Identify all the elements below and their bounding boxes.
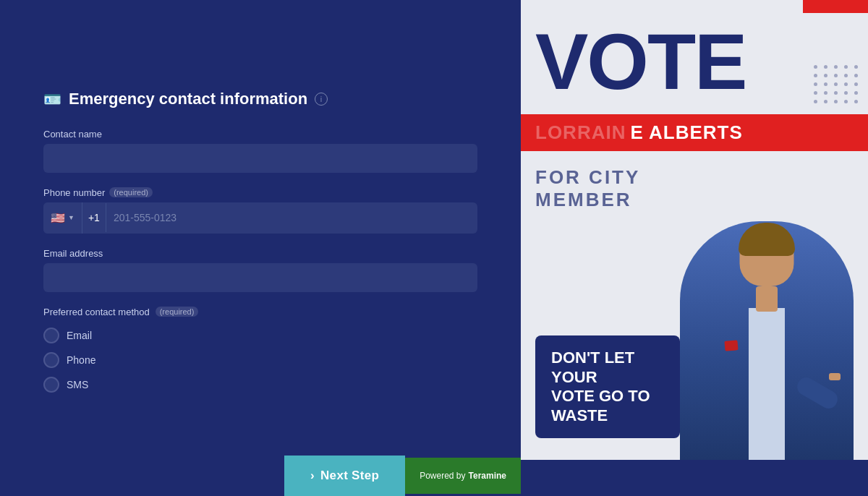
position-text-block: FOR CITY MEMBER	[535, 166, 640, 211]
dot	[824, 100, 827, 103]
red-accent-bar	[803, 0, 868, 13]
arrow-right-icon: ›	[310, 469, 315, 483]
radio-circle-email	[43, 328, 59, 343]
next-step-label: Next Step	[320, 469, 379, 483]
candidate-banner: LORRAIN E ALBERTS	[521, 114, 868, 151]
email-input[interactable]	[43, 263, 477, 292]
dot	[854, 91, 858, 95]
for-city-text: FOR CITY	[535, 166, 640, 189]
country-selector[interactable]: 🇺🇸 ▼	[43, 202, 82, 234]
candidate-figure	[680, 207, 854, 496]
watch	[829, 373, 841, 380]
dot	[834, 100, 838, 103]
bottom-banner	[521, 460, 868, 496]
dot	[844, 74, 848, 77]
phone-input-row: 🇺🇸 ▼ +1	[43, 202, 477, 234]
phone-required-badge: (required)	[109, 187, 153, 197]
next-step-button[interactable]: › Next Step	[284, 456, 405, 496]
email-address-group: Email address	[43, 248, 477, 292]
dot	[814, 82, 817, 86]
pocket-square	[724, 340, 738, 351]
phone-number-group: Phone number (required) 🇺🇸 ▼ +1	[43, 187, 477, 234]
candidate-photo-area	[665, 192, 868, 496]
candidate-name-partial: LORRAIN	[535, 121, 626, 144]
dot	[814, 91, 817, 95]
dot	[844, 91, 848, 95]
left-panel: 🪪 Emergency contact information i Contac…	[0, 0, 521, 496]
slogan-line1: DON'T LET	[551, 349, 634, 367]
slogan-line4: WASTE	[551, 406, 608, 424]
contact-required-badge: (required)	[156, 307, 199, 317]
dot	[854, 82, 858, 86]
powered-by-badge: Powered by Teramine	[405, 458, 521, 494]
member-text: MEMBER	[535, 189, 640, 211]
dot	[834, 82, 838, 86]
dot	[824, 65, 827, 69]
radio-phone[interactable]: Phone	[43, 352, 477, 368]
dot	[814, 100, 817, 103]
flag-emoji: 🇺🇸	[51, 211, 65, 225]
dot	[854, 100, 858, 103]
dot	[834, 65, 838, 69]
phone-number-label: Phone number (required)	[43, 187, 477, 198]
radio-email[interactable]: Email	[43, 328, 477, 343]
dot	[844, 65, 848, 69]
radio-label-phone: Phone	[67, 354, 95, 366]
vote-text: VOTE	[535, 22, 746, 101]
dot	[814, 74, 817, 77]
preferred-contact-group: Preferred contact method (required) Emai…	[43, 307, 477, 393]
dot	[824, 74, 827, 77]
contact-name-group: Contact name	[43, 129, 477, 173]
radio-group: Email Phone SMS	[43, 328, 477, 393]
slogan-line3: VOTE GO TO	[551, 387, 650, 405]
right-panel: VOTE // inline dots rendered via templat…	[521, 0, 868, 496]
preferred-contact-label: Preferred contact method (required)	[43, 307, 477, 317]
radio-circle-sms	[43, 377, 59, 393]
dot	[854, 65, 858, 69]
form-title: Emergency contact information	[69, 90, 307, 108]
dot	[844, 82, 848, 86]
neck	[756, 286, 778, 312]
form-header: 🪪 Emergency contact information i	[43, 90, 477, 108]
dot	[854, 74, 858, 77]
email-label: Email address	[43, 248, 477, 259]
contact-name-input[interactable]	[43, 144, 477, 173]
powered-by-brand: Teramine	[469, 471, 506, 481]
contact-card-icon: 🪪	[43, 90, 61, 108]
contact-name-label: Contact name	[43, 129, 477, 140]
powered-by-prefix: Powered by	[420, 471, 465, 481]
bottom-bar: › Next Step Powered by Teramine	[284, 456, 521, 496]
radio-label-sms: SMS	[67, 379, 88, 390]
dot	[824, 91, 827, 95]
info-icon[interactable]: i	[315, 93, 328, 106]
radio-label-email: Email	[67, 330, 92, 341]
slogan-box: DON'T LET YOUR VOTE GO TO WASTE	[535, 335, 680, 438]
dot	[834, 91, 838, 95]
dot	[814, 65, 817, 69]
slogan-text: DON'T LET YOUR VOTE GO TO WASTE	[551, 349, 664, 425]
dot	[844, 100, 848, 103]
dots-pattern-right	[814, 65, 859, 103]
radio-circle-phone	[43, 352, 59, 368]
phone-number-input[interactable]	[106, 203, 477, 232]
country-code: +1	[82, 203, 106, 232]
dot	[834, 74, 838, 77]
radio-sms[interactable]: SMS	[43, 377, 477, 393]
dot	[824, 82, 827, 86]
candidate-name-full: E ALBERTS	[630, 121, 742, 144]
dropdown-chevron-icon: ▼	[68, 214, 75, 221]
slogan-line2: YOUR	[551, 368, 597, 386]
